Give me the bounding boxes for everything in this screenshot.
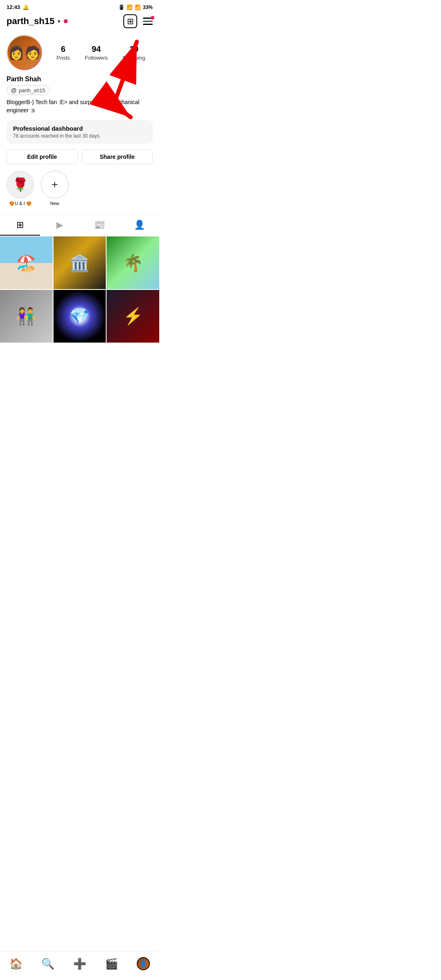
signal-bars-icon: 📶 bbox=[135, 4, 141, 10]
highlights-section: 🌹 😍U & I 😍 + New bbox=[0, 171, 159, 214]
profile-section: 👩🧑 6 Posts 94 Followers 19 Following Par… bbox=[0, 33, 159, 120]
threads-badge[interactable]: @ parth_sh15 bbox=[7, 85, 50, 95]
stats-container: 6 Posts 94 Followers 19 Following bbox=[49, 45, 153, 61]
bio: BloggerB-) Tech fan :E> and surprisingly… bbox=[7, 98, 153, 114]
chevron-down-icon[interactable]: ▾ bbox=[58, 18, 60, 24]
tab-grid[interactable]: ⊞ bbox=[0, 215, 40, 235]
vibrate-icon: 📳 bbox=[118, 4, 125, 10]
avatar-image: 👩🧑 bbox=[8, 36, 41, 69]
grid-post-5[interactable] bbox=[53, 290, 106, 343]
dashboard-title: Professional dashboard bbox=[13, 125, 146, 132]
grid-post-3[interactable] bbox=[107, 236, 159, 289]
plus-icon: ⊞ bbox=[127, 16, 134, 26]
username[interactable]: parth_sh15 bbox=[7, 16, 54, 27]
action-buttons: Edit profile Share profile bbox=[0, 149, 159, 171]
grid-post-1[interactable] bbox=[0, 236, 53, 289]
reels-icon: ▶ bbox=[56, 220, 63, 230]
status-left: 12:43 🔔 bbox=[7, 4, 29, 10]
avatar-emoji: 👩🧑 bbox=[8, 45, 41, 60]
highlight-circle-u-and-i[interactable]: 🌹 bbox=[7, 171, 34, 198]
header: parth_sh15 ▾ ⊞ bbox=[0, 13, 159, 33]
header-right: ⊞ bbox=[123, 14, 153, 28]
avatar[interactable]: 👩🧑 bbox=[7, 35, 42, 71]
grid-post-6[interactable] bbox=[107, 290, 159, 343]
highlight-item-new: + New bbox=[41, 171, 69, 206]
highlight-item-u-and-i: 🌹 😍U & I 😍 bbox=[7, 171, 34, 206]
menu-notification-dot bbox=[151, 16, 154, 20]
status-bar: 12:43 🔔 📳 📶 📶 33% bbox=[0, 0, 159, 13]
display-name: Parth Shah bbox=[7, 76, 153, 83]
highlight-add-button[interactable]: + bbox=[41, 171, 69, 198]
menu-line-3 bbox=[143, 24, 153, 25]
following-stat[interactable]: 19 Following bbox=[123, 45, 145, 61]
posts-grid bbox=[0, 236, 159, 342]
add-post-button[interactable]: ⊞ bbox=[123, 14, 137, 28]
menu-line-2 bbox=[143, 21, 153, 22]
grid-post-2[interactable] bbox=[53, 236, 106, 289]
tab-reels[interactable]: ▶ bbox=[40, 215, 80, 235]
wifi-icon: 📶 bbox=[127, 4, 133, 10]
online-indicator bbox=[64, 19, 68, 23]
professional-dashboard[interactable]: Professional dashboard 78 accounts reach… bbox=[7, 120, 153, 144]
page-bottom-spacer bbox=[0, 343, 159, 375]
followers-stat[interactable]: 94 Followers bbox=[85, 45, 108, 61]
posts-count: 6 bbox=[56, 45, 70, 54]
following-count: 19 bbox=[123, 45, 145, 54]
dashboard-subtitle: 78 accounts reached in the last 30 days. bbox=[13, 133, 146, 139]
followers-count: 94 bbox=[85, 45, 108, 54]
igtv-icon: 📰 bbox=[94, 220, 105, 230]
followers-label: Followers bbox=[85, 55, 108, 61]
plus-icon: + bbox=[51, 178, 58, 191]
tab-tagged[interactable]: 👤 bbox=[120, 215, 160, 235]
grid-post-4[interactable] bbox=[0, 290, 53, 343]
posts-stat[interactable]: 6 Posts bbox=[56, 45, 70, 61]
threads-icon: @ bbox=[11, 87, 17, 94]
posts-label: Posts bbox=[56, 55, 70, 61]
threads-handle: parth_sh15 bbox=[19, 87, 45, 94]
tab-igtv[interactable]: 📰 bbox=[80, 215, 120, 235]
tabs-bar: ⊞ ▶ 📰 👤 bbox=[0, 214, 159, 236]
battery-text: 33% bbox=[143, 4, 153, 10]
following-label: Following bbox=[123, 55, 145, 61]
highlight-label-new: New bbox=[50, 201, 59, 206]
profile-stats-row: 👩🧑 6 Posts 94 Followers 19 Following bbox=[7, 35, 153, 71]
menu-button[interactable] bbox=[143, 18, 153, 25]
status-right: 📳 📶 📶 33% bbox=[118, 4, 153, 10]
share-profile-button[interactable]: Share profile bbox=[82, 149, 153, 164]
tagged-icon: 👤 bbox=[134, 220, 145, 230]
header-left: parth_sh15 ▾ bbox=[7, 16, 68, 27]
grid-icon: ⊞ bbox=[16, 220, 24, 230]
time: 12:43 bbox=[7, 4, 20, 10]
signal-icon: 🔔 bbox=[22, 4, 29, 10]
highlight-label-u-and-i: 😍U & I 😍 bbox=[9, 201, 32, 206]
edit-profile-button[interactable]: Edit profile bbox=[7, 149, 78, 164]
